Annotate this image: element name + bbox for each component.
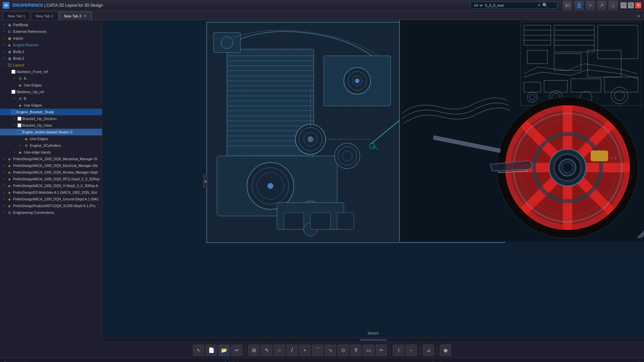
tool-circle[interactable]: ○ — [274, 345, 285, 356]
sidebar-item-bracket-up-view[interactable]: Bracket_Up_View — [0, 122, 102, 129]
expand-body1[interactable] — [1, 49, 6, 54]
sidebar-item-prelim4[interactable]: ◈ PrelimDesignNACA_1000_DQN_RFQ-Step0_5_… — [0, 176, 102, 182]
sidebar-item-engine-bracket-study[interactable]: Engine_Bracket_Study — [0, 109, 102, 115]
sidebar-item-prelim8[interactable]: ◈ PrelimDesignProduct34071DQN_91309-Step… — [0, 202, 102, 209]
expand-prelim8[interactable] — [1, 203, 6, 208]
sidebar-item-skel-front-a[interactable]: ⚙ A — [0, 75, 102, 82]
maximize-button[interactable]: □ — [628, 2, 634, 8]
tool-mirror[interactable]: ⊿ — [423, 345, 434, 356]
sidebar-collapse-arrow[interactable]: ◀ — [203, 174, 208, 188]
expand-layout[interactable] — [1, 63, 6, 67]
sidebar-item-use-edge-inputs[interactable]: ◈ Use-edge inputs — [0, 149, 102, 156]
expand-body2[interactable] — [1, 56, 6, 61]
tab-3-close[interactable]: ✕ — [83, 14, 87, 18]
expand-skel-up-b[interactable] — [12, 96, 17, 101]
tool-text[interactable]: T — [350, 345, 362, 356]
expand-prelim5[interactable] — [1, 183, 6, 188]
user-icon[interactable]: 👤 — [574, 1, 584, 10]
sidebar-item-eng-connections[interactable]: ⚙ Engineering Connections — [0, 209, 102, 216]
clear-search-icon[interactable]: ✕ — [537, 3, 541, 8]
sidebar-item-use-edges-1[interactable]: ◈ Use Edges — [0, 82, 102, 88]
tab-expand-icon[interactable]: » — [636, 12, 641, 20]
search-icon[interactable]: 🔍 — [542, 3, 548, 8]
sidebar-item-prelim2[interactable]: ◈ PrelimDesignNACA_1000_DQN_Electrical_M… — [0, 162, 102, 169]
tool-file-new[interactable]: 📄 — [206, 345, 217, 356]
expand-bracket-up-view[interactable] — [12, 123, 17, 128]
sidebar-item-prelim7[interactable]: ◈ PrelimDesignNACA_1000_DQN_Ground-Step0… — [0, 196, 102, 202]
tool-cursor[interactable]: ↖ — [193, 345, 204, 356]
expand-prelim7[interactable] — [1, 197, 6, 201]
sidebar-item-engine-bracket[interactable]: ◈ Engine Bracket — [0, 42, 102, 48]
expand-use-edge-inputs[interactable] — [12, 150, 17, 155]
tool-select[interactable]: ⊞ — [248, 345, 260, 356]
minimize-button[interactable]: ─ — [621, 2, 627, 8]
tool-sketch[interactable]: ✎ — [261, 345, 272, 356]
canvas-area[interactable]: ↔ ↕ — [102, 20, 644, 342]
sidebar-item-partbody[interactable]: ▣ PartBody — [0, 21, 102, 28]
sidebar-item-engine-3cyl[interactable]: ⚙ Engine_3Cylinders — [0, 142, 102, 149]
share-icon[interactable]: ↗ — [597, 1, 606, 10]
expand-engine-section[interactable] — [12, 130, 17, 134]
scroll-thumb[interactable] — [360, 339, 387, 341]
search-filter[interactable]: All — [473, 3, 484, 8]
viewport-scrollbar[interactable] — [102, 337, 644, 342]
expand-engine-bracket-study[interactable] — [6, 110, 11, 114]
home-icon[interactable]: ⌂ — [608, 1, 618, 10]
sidebar-item-prelim6[interactable]: ◈ PrelimDesignDS Motorbike A.1 (NACA_100… — [0, 189, 102, 196]
expand-prelim4[interactable] — [1, 177, 6, 181]
tool-rect[interactable]: ▭ — [363, 345, 374, 356]
bookmark-icon[interactable]: 🏷 — [563, 1, 572, 10]
sidebar-item-engine-section[interactable]: Engine_section.bracket.StudyC-C — [0, 129, 102, 135]
close-button[interactable]: ✕ — [635, 2, 641, 8]
search-bar[interactable]: All ✕ 🔍 — [470, 2, 557, 9]
sidebar-item-body2[interactable]: ▣ Body.2 — [0, 55, 102, 62]
viewport[interactable]: ◀ — [102, 20, 644, 342]
sidebar-item-inputs[interactable]: ▣ Inputs — [0, 35, 102, 42]
expand-prelim6[interactable] — [1, 190, 6, 195]
sidebar-item-skel-up-b[interactable]: ⚙ B — [0, 95, 102, 102]
tool-3d[interactable]: ◉ — [440, 345, 451, 356]
tool-spline[interactable]: ∿ — [325, 345, 336, 356]
expand-prelim1[interactable] — [1, 157, 6, 161]
sidebar-item-skel-up[interactable]: Skeleton_Up_ref — [0, 88, 102, 95]
expand-eng-connections[interactable] — [1, 210, 6, 215]
tool-file-open[interactable]: 📂 — [218, 345, 230, 356]
tool-arc[interactable]: ⌒ — [312, 345, 323, 356]
sidebar-item-use-edges-3[interactable]: ◈ Use Edges — [0, 135, 102, 142]
sidebar-item-prelim5[interactable]: ◈ PrelimDesignNACA_1000_DQN_H-Step0_6_6_… — [0, 182, 102, 189]
search-input[interactable] — [484, 3, 537, 7]
sidebar-item-use-edges-2[interactable]: ◈ Use Edges — [0, 102, 102, 109]
expand-engine-3cyl[interactable] — [18, 143, 23, 148]
sidebar-item-prelim1[interactable]: ◈ PrelimDesignNACA_1000_DQN_Mecanical_Ma… — [0, 156, 102, 162]
tool-line[interactable]: / — [286, 345, 298, 356]
statusbar-expand-icon[interactable]: ⤢ — [636, 360, 640, 362]
sidebar-item-bracket-up-section[interactable]: Bracket_Up_Section- — [0, 115, 102, 122]
expand-prelim3[interactable] — [1, 170, 6, 175]
expand-skel-front[interactable] — [6, 69, 11, 74]
tool-point[interactable]: • — [299, 345, 311, 356]
tool-dimension[interactable]: ↔ — [406, 345, 417, 356]
tool-undo[interactable]: ↩ — [231, 345, 243, 356]
tool-project[interactable]: ⊙ — [337, 345, 349, 356]
expand-prelim2[interactable] — [1, 163, 6, 168]
tool-trim[interactable]: ✂ — [376, 345, 387, 356]
sidebar-item-body1[interactable]: ▣ Body.1 — [0, 48, 102, 55]
add-icon[interactable]: ＋ — [586, 1, 595, 10]
expand-skel-front-a[interactable] — [12, 76, 17, 81]
sidebar-item-prelim3[interactable]: ◈ PrelimDesignNACA_1000_DQN_Review_Manag… — [0, 169, 102, 176]
expand-ext-refs[interactable] — [1, 29, 6, 34]
expand-inputs[interactable] — [1, 36, 6, 41]
tool-measure[interactable]: ⌇ — [393, 345, 404, 356]
expand-engine-bracket[interactable] — [1, 43, 6, 47]
sidebar-item-ext-refs[interactable]: ⛓ External References — [0, 28, 102, 35]
tab-2[interactable]: New Tab 2 — [31, 12, 58, 20]
ext-refs-label: External References — [13, 29, 47, 34]
tab-1[interactable]: New Tab 1 — [3, 12, 30, 20]
sidebar-item-layout[interactable]: ⬛ Layout — [0, 62, 102, 68]
expand-partbody[interactable] — [1, 22, 6, 27]
tab-3[interactable]: New Tab 3 ✕ — [59, 12, 92, 20]
expand-skel-up[interactable] — [6, 89, 11, 94]
expand-bracket-up-section[interactable] — [12, 116, 17, 121]
sidebar-item-skel-front[interactable]: Skeleton_Front_ref — [0, 68, 102, 75]
sidebar-tree[interactable]: ▣ PartBody ⛓ External References ▣ Input… — [0, 20, 102, 342]
